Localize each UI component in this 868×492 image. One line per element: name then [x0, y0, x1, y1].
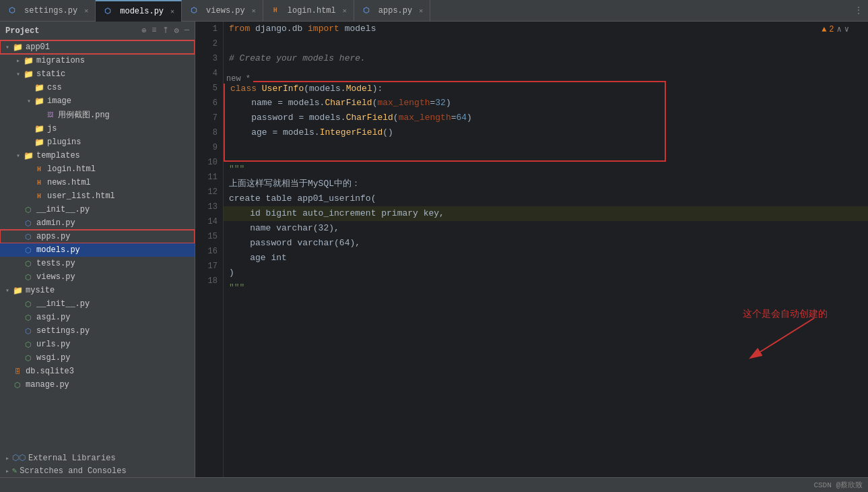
sidebar-header-icons[interactable]: ⊕ ≡ ⤒ ⚙ — — [141, 26, 189, 36]
sidebar-item-mysite[interactable]: 📁 mysite — [0, 284, 195, 297]
arrow-scratches — [3, 467, 12, 475]
sidebar-item-urls[interactable]: ⬡ urls.py — [0, 338, 195, 351]
code-line-7: password = models. CharField ( max_lengt… — [224, 111, 666, 125]
tab-models-close[interactable]: ✕ — [170, 7, 174, 16]
sidebar-item-views-py[interactable]: ⬡ views.py — [0, 270, 195, 284]
code-line-2 — [224, 36, 868, 51]
line-num-16: 16 — [195, 244, 218, 259]
arrow-static — [13, 70, 23, 78]
file-icon-init: ⬡ — [23, 204, 34, 215]
sidebar-item-db-sqlite[interactable]: 🗄 db.sqlite3 — [0, 365, 195, 378]
code-line-14: name varchar(32), — [224, 221, 868, 236]
arrow-image — [24, 97, 34, 105]
sidebar-item-migrations[interactable]: 📁 migrations — [0, 54, 195, 67]
sidebar-label-screenshot: 用例截图.png — [58, 109, 110, 121]
sidebar-item-news-html[interactable]: H news.html — [0, 176, 195, 189]
sidebar-item-manage[interactable]: ⬡ manage.py — [0, 378, 195, 392]
sidebar-item-apps-py[interactable]: ⬡ apps.py — [0, 230, 195, 243]
sidebar-item-login-html[interactable]: H login.html — [0, 162, 195, 176]
file-icon-urls: ⬡ — [23, 339, 34, 350]
tab-models[interactable]: ⬡ models.py ✕ — [96, 0, 182, 22]
arrow-app01 — [3, 43, 12, 51]
tab-settings-label: settings.py — [24, 6, 77, 16]
code-content[interactable]: from django.db import models # Create yo… — [224, 22, 868, 477]
sidebar-label-db: db.sqlite3 — [26, 367, 74, 376]
folder-icon-css: 📁 — [34, 82, 44, 93]
sidebar-add-icon[interactable]: ⊕ — [141, 26, 146, 36]
sidebar-item-image[interactable]: 📁 image — [0, 94, 195, 108]
folder-icon-templates: 📁 — [23, 150, 34, 161]
tab-settings-close[interactable]: ✕ — [84, 7, 88, 15]
sidebar-label-init: __init__.py — [36, 205, 90, 214]
sidebar-item-admin-py[interactable]: ⬡ admin.py — [0, 216, 195, 230]
sidebar-label-css: css — [47, 83, 62, 92]
sidebar-item-app01[interactable]: 📁 app01 — [0, 40, 195, 54]
line-num-7: 7 — [195, 111, 218, 125]
line-num-4: 4 — [195, 66, 218, 81]
sidebar-item-init-py[interactable]: ⬡ __init__.py — [0, 203, 195, 216]
tab-login-close[interactable]: ✕ — [343, 7, 347, 15]
code-main: 1 2 3 4 5 6 7 8 9 10 11 12 13 14 15 16 1… — [195, 22, 868, 477]
line-num-13: 13 — [195, 199, 218, 214]
sidebar-label-urls: urls.py — [36, 340, 70, 349]
sidebar-item-settings-py[interactable]: ⬡ settings.py — [0, 324, 195, 338]
sidebar-item-asgi[interactable]: ⬡ asgi.py — [0, 311, 195, 324]
folder-icon-js: 📁 — [34, 123, 44, 134]
ext-icon: ⬡⬡ — [12, 453, 26, 463]
folder-icon-app01: 📁 — [12, 42, 23, 53]
line-num-17: 17 — [195, 259, 218, 274]
sidebar-item-wsgi[interactable]: ⬡ wsgi.py — [0, 351, 195, 365]
sidebar-item-screenshot[interactable]: 🖼 用例截图.png — [0, 108, 195, 122]
warning-badge[interactable]: ▲ 2 ∧ ∨ — [816, 22, 855, 37]
tab-apps[interactable]: ⬡ apps.py ✕ — [354, 0, 430, 22]
sidebar-item-plugins[interactable]: 📁 plugins — [0, 135, 195, 149]
sidebar-item-ext-libraries[interactable]: ⬡⬡ External Libraries — [0, 452, 195, 464]
folder-icon-image: 📁 — [34, 96, 44, 106]
sidebar-item-js[interactable]: 📁 js — [0, 122, 195, 135]
sidebar-item-user-list-html[interactable]: H user_list.html — [0, 189, 195, 203]
line-num-18: 18 — [195, 274, 218, 288]
tab-views[interactable]: ⬡ views.py ✕ — [182, 0, 263, 22]
sidebar-label-user-list-html: user_list.html — [47, 191, 115, 201]
sidebar-item-models-py[interactable]: ⬡ models.py — [0, 243, 195, 257]
kw-from: from — [229, 22, 250, 36]
apps-tab-icon: ⬡ — [361, 5, 372, 16]
sidebar-close-icon[interactable]: — — [185, 26, 189, 36]
tab-models-label: models.py — [120, 7, 164, 16]
sidebar: Project ⊕ ≡ ⤒ ⚙ — 📁 app01 📁 migrations 📁… — [0, 22, 195, 477]
sidebar-item-tests-py[interactable]: ⬡ tests.py — [0, 257, 195, 270]
sidebar-label-apps: apps.py — [36, 232, 70, 241]
line-num-14: 14 — [195, 214, 218, 229]
sidebar-item-templates[interactable]: 📁 templates — [0, 149, 195, 162]
folder-icon-migrations: 📁 — [23, 55, 34, 66]
sidebar-label-asgi: asgi.py — [36, 313, 70, 322]
sidebar-label-login-html: login.html — [47, 164, 96, 174]
sidebar-label-static: static — [36, 69, 65, 79]
sidebar-item-css[interactable]: 📁 css — [0, 81, 195, 94]
sidebar-label-tests: tests.py — [36, 259, 75, 268]
code-line-18: """ — [224, 280, 868, 295]
code-line-16: age int — [224, 251, 868, 266]
tab-bar: ⬡ settings.py ✕ ⬡ models.py ✕ ⬡ views.py… — [0, 0, 868, 22]
sidebar-bottom: ⬡⬡ External Libraries ✎ Scratches and Co… — [0, 452, 195, 477]
sidebar-settings-icon[interactable]: ⚙ — [174, 26, 179, 36]
sidebar-collapse-icon[interactable]: ⤒ — [162, 26, 169, 36]
arrow-mysite — [3, 286, 12, 295]
sidebar-item-mysite-init[interactable]: ⬡ __init__.py — [0, 297, 195, 311]
sidebar-sort-icon[interactable]: ≡ — [152, 26, 156, 36]
file-icon-manage: ⬡ — [12, 379, 23, 390]
file-icon-admin: ⬡ — [23, 218, 34, 228]
tab-settings[interactable]: ⬡ settings.py ✕ — [0, 0, 96, 22]
tab-views-close[interactable]: ✕ — [252, 7, 256, 15]
line-num-8: 8 — [195, 125, 218, 140]
tab-login[interactable]: H login.html ✕ — [263, 0, 354, 22]
file-icon-asgi: ⬡ — [23, 312, 34, 323]
sidebar-item-static[interactable]: 📁 static — [0, 67, 195, 81]
sidebar-label-migrations: migrations — [36, 56, 85, 65]
code-line-8: age = models. IntegerField () — [224, 125, 666, 140]
sidebar-item-scratches[interactable]: ✎ Scratches and Consoles — [0, 464, 195, 477]
code-line-1: from django.db import models — [224, 22, 868, 36]
sidebar-label-plugins: plugins — [47, 137, 81, 147]
tab-apps-close[interactable]: ✕ — [419, 7, 423, 15]
sidebar-label-settings-py: settings.py — [36, 326, 90, 336]
